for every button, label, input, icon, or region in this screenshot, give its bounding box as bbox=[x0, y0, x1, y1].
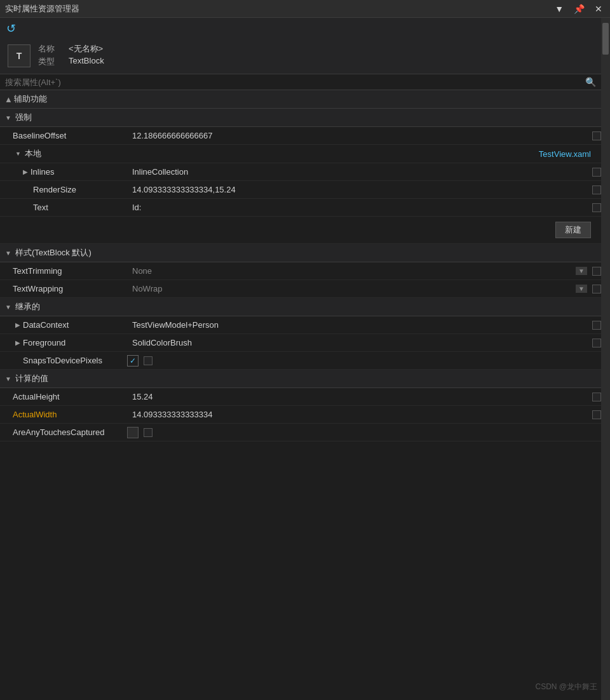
element-type-icon: T bbox=[8, 44, 30, 67]
prop-row-textwrapping: TextWrapping NoWrap ▼ bbox=[0, 280, 601, 298]
areanytouchescaptured-checkbox[interactable] bbox=[127, 427, 139, 438]
prop-name-actualwidth: ActualWidth bbox=[0, 407, 127, 422]
prop-value-baselineoffset: 12.186666666666667 bbox=[127, 128, 590, 143]
prop-name-snapstodevicepixels: SnapsToDevicePixels bbox=[0, 353, 127, 368]
expander-datacontext-icon[interactable]: ▶ bbox=[15, 321, 20, 328]
prop-value-row-actualwidth: 14.093333333333334 bbox=[127, 407, 601, 422]
element-name-row: 名称 <无名称> bbox=[38, 43, 104, 55]
section-inherited[interactable]: ▼ 继承的 bbox=[0, 298, 601, 316]
prop-value-row-baselineoffset: 12.186666666666667 bbox=[127, 128, 601, 143]
textwrapping-dropdown-btn[interactable]: ▼ bbox=[576, 285, 587, 293]
section-local[interactable]: ▼ 本地 TestView.xaml bbox=[0, 145, 601, 163]
title-bar: 实时属性资源管理器 ▼ 📌 ✕ bbox=[0, 0, 610, 18]
title-bar-controls: ▼ 📌 ✕ bbox=[552, 3, 605, 15]
properties-container: ▶ 辅助功能 ▼ 强制 BaselineOffset 12.1866666666… bbox=[0, 90, 601, 441]
chevron-style-icon: ▼ bbox=[5, 250, 11, 257]
prop-name-foreground: Foreground bbox=[23, 338, 65, 347]
prop-row-datacontext: ▶ DataContext TestViewModel+Person bbox=[0, 316, 601, 334]
chevron-accessibility-icon: ▶ bbox=[4, 97, 11, 102]
prop-row-text: Text Id: bbox=[0, 199, 601, 217]
prop-value-row-foreground: SolidColorBrush bbox=[127, 335, 601, 350]
element-type-value: TextBlock bbox=[69, 56, 104, 67]
vertical-scrollbar[interactable] bbox=[601, 18, 610, 700]
search-input[interactable] bbox=[5, 77, 581, 87]
expander-inlines-icon[interactable]: ▶ bbox=[23, 168, 28, 175]
prop-row-actualwidth: ActualWidth 14.093333333333334 bbox=[0, 406, 601, 424]
value-indicator-snapstodevicepixels bbox=[144, 356, 152, 365]
prop-value-datacontext: TestViewModel+Person bbox=[127, 318, 590, 332]
dropdown-button[interactable]: ▼ bbox=[552, 3, 566, 15]
value-indicator-areanytouchescaptured bbox=[144, 428, 152, 437]
prop-value-row-text: Id: bbox=[127, 200, 601, 215]
prop-name-rendersize: RenderSize bbox=[0, 182, 127, 197]
prop-row-foreground: ▶ Foreground SolidColorBrush bbox=[0, 334, 601, 352]
expander-foreground-icon[interactable]: ▶ bbox=[15, 339, 20, 346]
new-button[interactable]: 新建 bbox=[555, 222, 591, 238]
prop-value-textwrapping: NoWrap bbox=[127, 281, 576, 296]
prop-value-row-textwrapping: NoWrap ▼ bbox=[127, 281, 601, 296]
prop-row-texttrimming: TextTrimming None ▼ bbox=[0, 262, 601, 280]
snapstodevicepixels-checkbox[interactable] bbox=[127, 355, 139, 367]
type-label: 类型 bbox=[38, 56, 64, 67]
prop-value-texttrimming: None bbox=[127, 264, 576, 278]
prop-row-rendersize: RenderSize 14.093333333333334,15.24 bbox=[0, 181, 601, 199]
prop-value-row-texttrimming: None ▼ bbox=[127, 264, 601, 278]
chevron-computed-icon: ▼ bbox=[5, 375, 11, 382]
element-name-value: <无名称> bbox=[69, 43, 103, 55]
prop-name-text: Text bbox=[0, 200, 127, 215]
main-layout: ↺ T 名称 <无名称> 类型 TextBlock 🔍 bbox=[0, 18, 610, 700]
value-indicator-datacontext bbox=[592, 321, 601, 330]
search-icon: 🔍 bbox=[585, 77, 596, 87]
prop-name-inlines: Inlines bbox=[30, 167, 55, 177]
prop-value-row-snapstodevicepixels bbox=[127, 355, 601, 367]
prop-name-datacontext-container: ▶ DataContext bbox=[0, 320, 127, 330]
prop-value-text: Id: bbox=[127, 200, 590, 215]
element-type-row: 类型 TextBlock bbox=[38, 56, 104, 67]
name-label: 名称 bbox=[38, 43, 64, 55]
prop-name-baselineoffset: BaselineOffset bbox=[0, 128, 127, 143]
element-details: 名称 <无名称> 类型 TextBlock bbox=[38, 43, 104, 67]
section-style-title: 样式(TextBlock 默认) bbox=[15, 247, 92, 259]
prop-name-actualheight: ActualHeight bbox=[0, 389, 127, 404]
prop-row-snapstodevicepixels: SnapsToDevicePixels bbox=[0, 352, 601, 370]
prop-value-foreground: SolidColorBrush bbox=[127, 335, 590, 350]
element-info: T 名称 <无名称> 类型 TextBlock bbox=[0, 39, 601, 74]
prop-value-row-inlines: InlineCollection bbox=[127, 165, 601, 179]
section-computed[interactable]: ▼ 计算的值 bbox=[0, 370, 601, 388]
prop-value-actualheight: 15.24 bbox=[127, 389, 590, 404]
watermark: CSDN @龙中舞王 bbox=[535, 682, 597, 692]
section-forced[interactable]: ▼ 强制 bbox=[0, 109, 601, 127]
section-forced-title: 强制 bbox=[15, 112, 32, 123]
prop-row-baselineoffset: BaselineOffset 12.186666666666667 bbox=[0, 127, 601, 145]
prop-value-row-areanytouchescaptured bbox=[127, 427, 601, 438]
prop-value-inlines: InlineCollection bbox=[127, 165, 590, 179]
prop-row-actualheight: ActualHeight 15.24 bbox=[0, 388, 601, 406]
pin-button[interactable]: 📌 bbox=[571, 3, 587, 15]
section-accessibility-title: 辅助功能 bbox=[14, 93, 47, 105]
chevron-forced-icon: ▼ bbox=[5, 114, 11, 121]
texttrimming-dropdown-btn[interactable]: ▼ bbox=[576, 267, 587, 275]
value-indicator-actualheight bbox=[592, 393, 601, 401]
prop-row-areanytouchescaptured: AreAnyTouchesCaptured bbox=[0, 424, 601, 441]
prop-value-row-datacontext: TestViewModel+Person bbox=[127, 318, 601, 332]
value-indicator-foreground bbox=[592, 339, 601, 347]
local-link[interactable]: TestView.xaml bbox=[534, 149, 596, 159]
section-accessibility[interactable]: ▶ 辅助功能 bbox=[0, 90, 601, 109]
scrollbar-thumb[interactable] bbox=[602, 23, 609, 55]
prop-name-inlines-container: ▶ Inlines bbox=[0, 167, 127, 177]
prop-name-textwrapping: TextWrapping bbox=[0, 281, 127, 296]
close-button[interactable]: ✕ bbox=[592, 3, 605, 15]
refresh-icon[interactable]: ↺ bbox=[6, 22, 16, 36]
search-bar: 🔍 bbox=[0, 74, 601, 90]
prop-value-row-rendersize: 14.093333333333334,15.24 bbox=[127, 182, 601, 197]
value-indicator-rendersize bbox=[592, 185, 601, 194]
prop-row-inlines: ▶ Inlines InlineCollection bbox=[0, 163, 601, 181]
section-style[interactable]: ▼ 样式(TextBlock 默认) bbox=[0, 244, 601, 262]
prop-value-row-actualheight: 15.24 bbox=[127, 389, 601, 404]
chevron-local-icon: ▼ bbox=[15, 151, 21, 157]
section-inherited-title: 继承的 bbox=[15, 301, 40, 313]
chevron-inherited-icon: ▼ bbox=[5, 304, 11, 311]
window-title: 实时属性资源管理器 bbox=[5, 3, 79, 15]
value-indicator-text bbox=[592, 203, 601, 212]
prop-name-areanytouchescaptured: AreAnyTouchesCaptured bbox=[0, 425, 127, 440]
